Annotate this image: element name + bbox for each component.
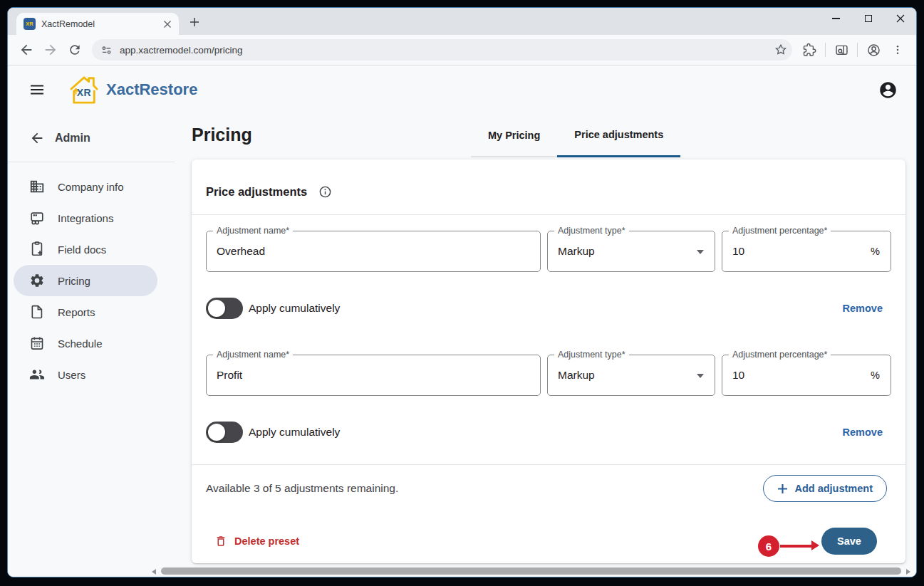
trash-icon [214,535,227,548]
url-text[interactable]: app.xactremodel.com/pricing [120,45,767,56]
add-adjustment-button[interactable]: Add adjustment [763,475,887,502]
availability-text: Available 3 of 5 adjustments remaining. [206,482,398,495]
sidebar-back-label: Admin [55,132,90,145]
scroll-left-arrow-icon[interactable] [152,569,156,575]
sidebar-item-label: Reports [58,306,95,318]
side-panel-search-icon[interactable] [830,38,853,61]
scrollbar-thumb[interactable] [161,567,901,575]
annotation-arrow-head [811,540,819,550]
browser-menu-icon[interactable] [886,38,909,61]
toggle-knob [208,424,225,441]
field-label: Adjustment percentage* [729,350,831,360]
address-bar[interactable]: app.xactremodel.com/pricing [92,39,792,61]
sidebar-item-label: Integrations [58,212,113,224]
delete-preset-label: Delete preset [234,535,299,547]
sidebar: Admin Company info [8,114,175,577]
adjustment-type-select[interactable]: Adjustment type* Markup [547,231,715,272]
toolbar-separator [857,43,858,57]
reload-icon[interactable] [63,38,86,61]
sidebar-item-company-info[interactable]: Company info [14,171,157,202]
sidebar-nav: Company info Integrations [8,162,175,390]
field-docs-icon [29,241,45,257]
browser-toolbar: app.xactremodel.com/pricing [8,35,916,66]
extensions-icon[interactable] [798,38,821,61]
save-button[interactable]: Save [821,528,877,555]
forward-icon[interactable] [39,38,62,61]
sidebar-item-reports[interactable]: Reports [14,296,157,328]
back-arrow-icon[interactable] [29,130,45,146]
window-controls [820,8,916,29]
sidebar-item-pricing[interactable]: Pricing [14,265,157,296]
app-header: XR XactRestore [8,66,916,114]
apply-cumulatively-toggle[interactable] [206,298,243,319]
sidebar-item-integrations[interactable]: Integrations [14,202,157,234]
sidebar-item-label: Users [58,369,85,381]
tab-close-icon[interactable] [163,20,172,28]
minimize-button[interactable] [820,8,852,29]
calendar-icon [29,335,45,351]
scroll-right-arrow-icon[interactable] [906,569,910,575]
sidebar-back[interactable]: Admin [8,114,175,162]
favicon: XR [24,18,36,30]
adjustment-row: Adjustment name* Profit Adjustment type*… [192,355,905,396]
sidebar-item-label: Schedule [58,338,103,350]
horizontal-scrollbar[interactable] [152,567,910,575]
app-logo-text: XR [68,87,100,98]
sidebar-item-users[interactable]: Users [14,359,157,390]
browser-profile-icon[interactable] [862,38,885,61]
tab-label: Price adjustments [574,129,663,140]
field-value: 10 [732,245,744,258]
field-label: Adjustment type* [554,350,629,360]
browser-tab-strip: XR XactRemodel [8,8,916,35]
remove-link[interactable]: Remove [843,303,883,314]
info-icon[interactable] [318,185,332,199]
adjustment-percentage-field[interactable]: Adjustment percentage* 10 % [722,355,891,396]
sidebar-item-label: Company info [58,181,124,193]
card-divider [192,214,905,215]
tab-title: XactRemodel [41,19,157,29]
add-adjustment-label: Add adjustment [794,483,873,494]
page-tabs: My Pricing Price adjustments [471,114,680,157]
apply-cumulatively-toggle[interactable] [206,422,243,443]
integrations-icon [29,210,45,226]
adjustment-name-field[interactable]: Adjustment name* Overhead [206,231,541,272]
field-value: Profit [217,369,242,382]
browser-window: XR XactRemodel [7,7,917,577]
adjustment-type-select[interactable]: Adjustment type* Markup [547,355,715,396]
field-label: Adjustment name* [213,226,293,236]
field-value: Markup [558,245,595,258]
gear-icon [29,273,45,288]
close-button[interactable] [884,8,916,29]
bookmark-star-icon[interactable] [774,43,788,57]
sidebar-item-label: Pricing [58,275,90,287]
price-adjustments-card: Price adjustments Adjustment name* Overh… [192,159,905,563]
field-label: Adjustment type* [554,226,629,236]
adjustment-row: Adjustment name* Overhead Adjustment typ… [192,231,905,272]
tab-my-pricing[interactable]: My Pricing [471,114,557,157]
maximize-button[interactable] [852,8,884,29]
sidebar-item-schedule[interactable]: Schedule [14,328,157,359]
main-content: Pricing My Pricing Price adjustments Pri… [175,114,916,577]
building-icon [29,179,45,194]
new-tab-button[interactable] [185,12,204,32]
browser-tab[interactable]: XR XactRemodel [16,13,179,35]
user-avatar-icon[interactable] [878,80,898,100]
back-icon[interactable] [15,38,38,61]
percent-suffix: % [871,370,880,381]
users-icon [29,367,45,382]
adjustment-options-row: Apply cumulatively Remove [192,298,905,319]
site-settings-icon[interactable] [100,44,113,56]
tab-price-adjustments[interactable]: Price adjustments [557,114,680,157]
field-label: Adjustment name* [213,350,293,360]
delete-preset-button[interactable]: Delete preset [214,535,299,548]
adjustment-percentage-field[interactable]: Adjustment percentage* 10 % [722,231,891,272]
app-root: XR XactRestore Admin [8,66,916,577]
app-logo-house-icon: XR [68,75,100,105]
adjustment-name-field[interactable]: Adjustment name* Profit [206,355,541,396]
tab-label: My Pricing [488,130,540,141]
hamburger-menu-icon[interactable] [28,80,46,99]
annotation-step-badge: 6 [758,535,779,557]
sidebar-item-field-docs[interactable]: Field docs [14,234,157,265]
percent-suffix: % [871,246,880,257]
remove-link[interactable]: Remove [843,427,883,438]
